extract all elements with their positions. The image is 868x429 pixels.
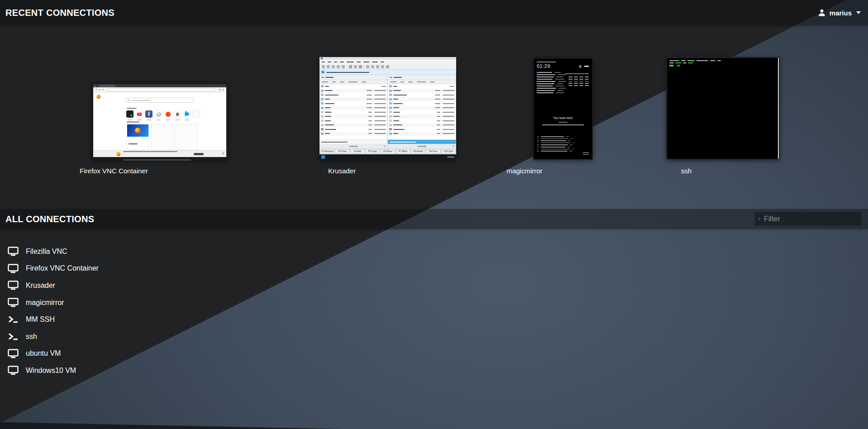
file-row — [388, 93, 456, 97]
recent-connection-krusader[interactable]: nobody2 nobody2 F2 Rename F3 View F4 Edi… — [228, 57, 456, 175]
file-row — [320, 119, 387, 123]
file-row — [320, 132, 387, 136]
file-row — [320, 97, 387, 102]
file-row — [388, 89, 456, 93]
user-icon — [818, 9, 826, 17]
search-bar-decor — [126, 98, 194, 103]
file-row — [320, 127, 387, 132]
fkey-button: F5 Copy — [365, 149, 380, 154]
connection-label: Firefox VNC Container — [80, 167, 148, 175]
connection-item-filezilla-vnc[interactable]: Filezilla VNC — [5, 243, 99, 260]
file-row — [320, 114, 387, 119]
chevron-down-icon — [856, 11, 861, 14]
connection-item-krusader[interactable]: Krusader — [5, 277, 99, 294]
monitor-icon — [7, 264, 19, 273]
all-connections-bar: ALL CONNECTIONS — [0, 209, 868, 229]
firefox-logo-icon — [96, 95, 100, 99]
terminal-site-icon — [126, 110, 134, 118]
top-sites-row: f a — [126, 110, 200, 118]
monitor-icon — [7, 366, 19, 375]
monitor-icon — [7, 247, 19, 256]
filter-box — [754, 211, 862, 226]
recent-connection-ssh[interactable]: ssh — [593, 57, 780, 175]
folder-icon — [321, 71, 324, 73]
file-row — [388, 132, 456, 136]
file-row — [388, 101, 456, 106]
compliment-text: You look nice! — [534, 116, 592, 119]
empty-tile — [193, 110, 200, 118]
file-row — [388, 119, 456, 123]
monitor-icon — [7, 298, 19, 307]
connection-list: Filezilla VNC Firefox VNC Container Krus… — [5, 243, 99, 379]
file-row — [388, 110, 456, 114]
fkey-button: F9 Term — [426, 149, 440, 154]
file-row — [320, 106, 387, 110]
connection-item-mm-ssh[interactable]: MM SSH — [5, 311, 99, 328]
recent-connection-firefox-vnc[interactable]: f a — [0, 83, 228, 175]
connection-label: magicmirror — [506, 167, 542, 175]
calendar-list-decor — [537, 72, 566, 95]
terminal-icon — [7, 333, 19, 341]
file-row — [388, 114, 456, 119]
user-menu[interactable]: marius — [818, 9, 861, 17]
connection-label: Krusader — [328, 167, 356, 175]
file-row — [388, 84, 456, 89]
file-row — [388, 123, 456, 128]
menu-bar-decor — [320, 60, 456, 64]
reddit-icon — [164, 110, 172, 118]
connection-label: ssh — [681, 167, 692, 175]
youtube-icon — [136, 110, 143, 118]
magicmirror-thumbnail: 01:29 ☀ You look nice! — [533, 58, 593, 160]
kde-panel-decor — [320, 154, 456, 160]
scrollbar — [778, 58, 779, 159]
connection-item-magicmirror[interactable]: magicmirror — [5, 294, 99, 311]
connection-item-firefox-vnc-container[interactable]: Firefox VNC Container — [5, 260, 99, 277]
krusader-thumbnail: nobody2 nobody2 F2 Rename F3 View F4 Edi… — [320, 57, 456, 160]
fkey-button: F6 Move — [381, 149, 395, 154]
facebook-icon: f — [145, 110, 153, 118]
filter-input[interactable] — [764, 215, 858, 223]
app-header: RECENT CONNECTIONS marius — [0, 0, 868, 25]
file-row — [320, 89, 387, 93]
notification-bar-decor: ✕ — [93, 150, 226, 157]
mini-calendar-decor — [568, 76, 589, 86]
connection-item-windows10-vm[interactable]: Windows10 VM — [5, 362, 99, 379]
wikipedia-icon — [155, 110, 162, 118]
recent-connection-magicmirror[interactable]: 01:29 ☀ You look nice! magicmirror — [456, 58, 593, 175]
fkey-button: F8 Delete — [411, 149, 425, 154]
krusader-right-pane: nobody2 — [388, 75, 456, 148]
address-bar-decor — [320, 70, 456, 75]
file-row — [320, 84, 387, 89]
search-icon — [758, 215, 761, 223]
file-row — [388, 97, 456, 102]
krusader-left-pane: nobody2 — [320, 75, 388, 148]
file-row — [320, 101, 387, 106]
file-row — [320, 93, 387, 97]
page-title: RECENT CONNECTIONS — [5, 8, 114, 18]
fkey-button: F3 View — [335, 149, 349, 154]
news-list-decor — [537, 136, 575, 153]
fkey-button: F10 Quit — [441, 149, 456, 154]
clock: 01:29 — [537, 63, 550, 69]
file-row — [320, 123, 387, 128]
connection-item-ssh[interactable]: ssh — [5, 328, 99, 345]
toolbar-decor — [320, 64, 456, 70]
sun-icon: ☀ — [578, 64, 582, 70]
fkey-button: F2 Rename — [320, 149, 334, 154]
connection-item-ubuntu-vm[interactable]: ubuntu VM — [5, 345, 99, 362]
firefox-thumbnail: f a — [92, 83, 228, 160]
fkey-button: F4 Edit — [350, 149, 365, 154]
twitter-icon — [183, 110, 191, 118]
file-row — [388, 127, 456, 132]
monitor-icon — [7, 349, 19, 358]
file-row — [320, 110, 387, 114]
terminal-icon — [7, 315, 19, 324]
fkey-button: F7 Mkdir — [396, 149, 410, 154]
amazon-icon: a — [174, 110, 181, 118]
monitor-icon — [7, 281, 19, 290]
username: marius — [830, 9, 852, 17]
section-title: ALL CONNECTIONS — [5, 214, 94, 224]
ssh-thumbnail — [666, 57, 780, 160]
recent-connections-row: f a — [0, 57, 780, 175]
function-key-bar: F2 Rename F3 View F4 Edit F5 Copy F6 Mov… — [320, 148, 456, 154]
